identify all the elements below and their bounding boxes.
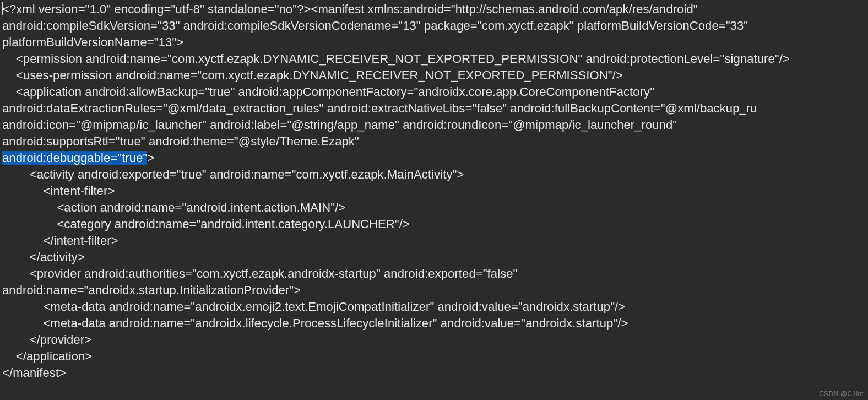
code-line: <meta-data android:name="androidx.lifecy… (2, 316, 628, 330)
xml-code-block[interactable]: <?xml version="1.0" encoding="utf-8" sta… (0, 0, 868, 381)
code-line: android:icon="@mipmap/ic_launcher" andro… (2, 118, 680, 132)
code-line: <activity android:exported="true" androi… (2, 167, 464, 181)
code-line: <application android:allowBackup="true" … (2, 85, 658, 99)
code-line: android:compileSdkVersion="33" android:c… (2, 19, 751, 33)
code-line: <provider android:authorities="com.xyctf… (2, 267, 521, 280)
code-line: android:dataExtractionRules="@xml/data_e… (2, 101, 757, 115)
code-line: </activity> (2, 250, 85, 264)
code-line: </provider> (2, 333, 91, 347)
code-line: android:name="androidx.startup.Initializ… (2, 283, 301, 297)
code-line: <uses-permission android:name="com.xyctf… (2, 68, 623, 82)
code-line: </application> (2, 349, 92, 363)
code-line: <permission android:name="com.xyctf.ezap… (2, 52, 790, 66)
watermark-text: CSDN @C1int (819, 390, 864, 398)
code-line: <category android:name="android.intent.c… (2, 217, 410, 231)
highlighted-attribute: android:debuggable="true" (2, 151, 147, 165)
code-line: > (147, 151, 154, 165)
code-line: <action android:name="android.intent.act… (2, 201, 345, 214)
code-line: <intent-filter> (2, 184, 115, 198)
code-line: </intent-filter> (2, 234, 118, 247)
code-line: android:supportsRtl="true" android:theme… (2, 134, 359, 148)
code-line: <meta-data android:name="androidx.emoji2… (2, 300, 625, 313)
code-line: </manifest> (2, 366, 66, 380)
code-line: <?xml version="1.0" encoding="utf-8" sta… (2, 2, 701, 16)
code-line: platformBuildVersionName="13"> (2, 35, 183, 49)
